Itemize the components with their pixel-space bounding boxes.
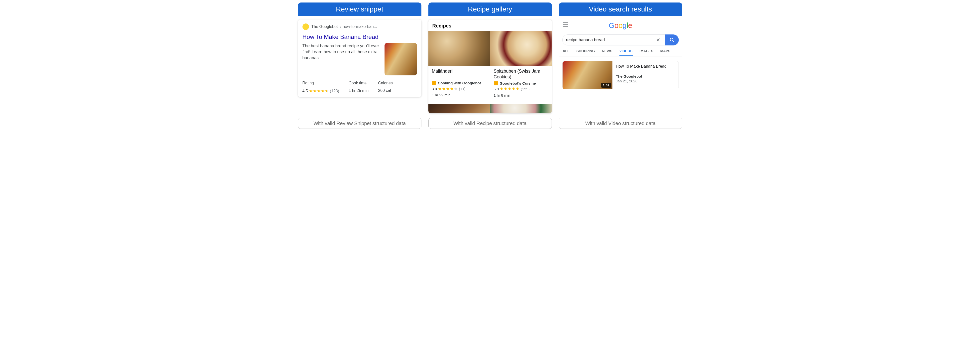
video-thumbnail: 1:02: [563, 61, 612, 89]
footer-recipe-gallery: With valid Recipe structured data: [428, 118, 552, 129]
recipe-name: Spitzbuben (Swiss Jam Cookies): [494, 69, 548, 80]
tab-maps[interactable]: MAPS: [660, 49, 670, 56]
video-publisher: The Googlebot: [616, 74, 667, 78]
recipe-rating-count: (11): [459, 86, 466, 91]
recipe-name: Mailänderli: [432, 69, 487, 79]
header-recipe-gallery: Recipe gallery: [428, 3, 552, 16]
site-name: The Googlebot: [312, 24, 338, 29]
header-video-results: Video search results: [559, 3, 682, 16]
recipe-peek-1[interactable]: [428, 104, 490, 113]
video-date: Jan 21, 2020: [616, 79, 667, 83]
clear-icon[interactable]: ✕: [655, 37, 662, 42]
tab-news[interactable]: NEWS: [602, 49, 612, 56]
cook-time-label: Cook time: [348, 81, 369, 85]
breadcrumb: › how-to-make-ban...: [340, 24, 377, 29]
footer-video-results: With valid Video structured data: [559, 118, 682, 129]
recipe-cell-2[interactable]: Spitzbuben (Swiss Jam Cookies) Googlebot…: [490, 66, 552, 100]
calories-value: 260 cal: [378, 88, 393, 93]
svg-line-1: [673, 41, 673, 42]
search-button[interactable]: [665, 34, 679, 45]
recipe-gallery-card: Recipes Mailänderli Cooking with Googleb…: [428, 19, 552, 113]
recipe-source: Googlebot's Cuisine: [500, 81, 536, 85]
recipe-source: Cooking with Googlebot: [438, 81, 481, 85]
gallery-heading: Recipes: [428, 19, 552, 31]
result-title[interactable]: How To Make Banana Bread: [302, 34, 417, 40]
tab-videos[interactable]: VIDEOS: [619, 49, 633, 56]
video-results-card: Google recipe banana bread ✕ ALL: [559, 21, 682, 89]
calories-label: Calories: [378, 81, 393, 85]
source-icon: [494, 81, 498, 85]
svg-point-0: [670, 38, 673, 41]
hamburger-menu-icon[interactable]: [563, 22, 568, 27]
recipe-cell-1[interactable]: Mailänderli Cooking with Googlebot 3.9 ★…: [428, 66, 490, 100]
rating-count: (123): [330, 89, 339, 93]
video-result[interactable]: 1:02 How To Make Banana Bread The Google…: [562, 61, 679, 89]
recipe-image-2[interactable]: [490, 31, 552, 65]
search-input[interactable]: recipe banana bread ✕: [562, 34, 665, 45]
recipe-rating-value: 3.9: [432, 86, 437, 91]
tab-all[interactable]: ALL: [563, 49, 570, 56]
header-review-snippet: Review snippet: [298, 3, 422, 16]
tab-images[interactable]: IMAGES: [640, 49, 653, 56]
search-tabs: ALL SHOPPING NEWS VIDEOS IMAGES MAPS: [559, 45, 682, 56]
column-video-results: Video search results Google recipe banan…: [559, 3, 682, 129]
source-icon: [432, 81, 436, 85]
search-query: recipe banana bread: [566, 37, 605, 42]
recipe-image-1[interactable]: [428, 31, 490, 65]
cook-time-value: 1 hr 25 min: [348, 88, 369, 93]
column-review-snippet: Review snippet The Googlebot › how-to-ma…: [298, 3, 422, 129]
video-title: How To Make Banana Bread: [616, 64, 667, 69]
google-logo[interactable]: Google: [609, 21, 632, 30]
star-icons: ★★★★★: [438, 86, 458, 91]
favicon-icon: [302, 24, 309, 30]
calories-block: Calories 260 cal: [378, 81, 393, 94]
search-icon: [670, 37, 675, 42]
footer-review-snippet: With valid Review Snippet structured dat…: [298, 118, 422, 129]
recipe-time: 1 hr 22 min: [432, 93, 487, 97]
star-icons: ★★★★★: [500, 86, 520, 92]
star-icons: ★★★★★: [309, 88, 329, 94]
recipe-time: 1 hr 8 min: [494, 93, 548, 97]
rating-label: Rating: [302, 81, 339, 85]
recipe-rating-count: (123): [521, 87, 530, 91]
tab-shopping[interactable]: SHOPPING: [576, 49, 595, 56]
result-description: The best banana bread recipe you'll ever…: [302, 43, 381, 75]
video-duration: 1:02: [601, 83, 611, 88]
review-snippet-card[interactable]: The Googlebot › how-to-make-ban... How T…: [298, 19, 422, 97]
result-thumbnail: [385, 43, 417, 75]
recipe-rating-value: 5.0: [494, 87, 499, 91]
recipe-peek-2[interactable]: [490, 104, 552, 113]
rating-value: 4.5: [302, 89, 308, 93]
cook-time-block: Cook time 1 hr 25 min: [348, 81, 369, 94]
rating-block: Rating 4.5 ★★★★★ (123): [302, 81, 339, 94]
column-recipe-gallery: Recipe gallery Recipes Mailänderli Cooki…: [428, 3, 552, 129]
